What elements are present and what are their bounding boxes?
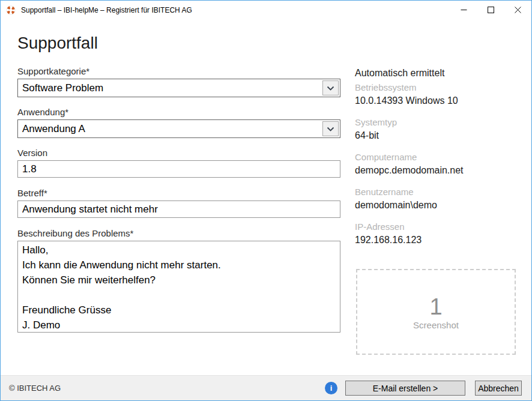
minimize-icon[interactable]: [450, 1, 477, 19]
footer-actions: i E-Mail erstellen > Abbrechen: [325, 381, 522, 396]
chevron-down-icon: [327, 83, 334, 94]
supportkategorie-dropdown-button[interactable]: [322, 80, 339, 95]
supportkategorie-label: Supportkategorie*: [17, 65, 340, 77]
page-title: Supportfall: [17, 32, 340, 54]
footer-bar: © IBITECH AG i E-Mail erstellen > Abbrec…: [1, 375, 531, 400]
close-icon[interactable]: [504, 1, 531, 19]
betriebssystem-label: Betriebssystem: [355, 82, 520, 94]
cancel-button[interactable]: Abbrechen: [475, 381, 522, 396]
ip-adressen-label: IP-Adressen: [355, 221, 520, 233]
titlebar: Supportfall – IBI-helpMe – Registriert f…: [1, 1, 531, 19]
system-info-item: IP-Adressen 192.168.16.123: [355, 221, 520, 247]
app-window: Supportfall – IBI-helpMe – Registriert f…: [0, 0, 532, 401]
support-form: Supportfall Supportkategorie* Software P…: [17, 19, 340, 335]
version-label: Version: [17, 147, 340, 158]
systemtyp-label: Systemtyp: [355, 116, 520, 128]
anwendung-label: Anwendung*: [17, 106, 340, 118]
chevron-down-icon: [327, 124, 334, 134]
betreff-label: Betreff*: [17, 187, 340, 199]
maximize-icon[interactable]: [477, 1, 504, 19]
ip-adressen-value: 192.168.16.123: [355, 234, 520, 247]
computername-value: demopc.demodomain.net: [355, 164, 520, 177]
beschreibung-label: Beschreibung des Problems*: [17, 228, 340, 239]
benutzername-label: Benutzername: [355, 186, 520, 198]
anwendung-value: Anwendung A: [18, 120, 321, 137]
anwendung-dropdown-button[interactable]: [322, 121, 339, 136]
info-icon[interactable]: i: [325, 382, 337, 394]
screenshot-label: Screenshot: [413, 320, 459, 330]
system-info-item: Benutzername demodomain\demo: [355, 186, 520, 212]
supportkategorie-select[interactable]: Software Problem: [17, 79, 340, 97]
window-title: Supportfall – IBI-helpMe – Registriert f…: [21, 6, 192, 14]
computername-label: Computername: [355, 151, 520, 163]
lifebuoy-app-icon: [6, 5, 16, 15]
beschreibung-textarea[interactable]: Hallo, Ich kann die Anwendung nicht mehr…: [17, 241, 340, 333]
system-info-item: Computername demopc.demodomain.net: [355, 151, 520, 177]
system-info-item: Betriebssystem 10.0.14393 Windows 10: [355, 82, 520, 107]
screenshot-count: 1: [429, 294, 442, 319]
version-input[interactable]: [17, 160, 340, 178]
anwendung-select[interactable]: Anwendung A: [17, 119, 340, 138]
copyright-text: © IBITECH AG: [9, 384, 61, 393]
system-info-item: Systemtyp 64-bit: [355, 116, 520, 142]
content-area: Supportfall Supportkategorie* Software P…: [1, 19, 531, 376]
system-info-panel: Automatisch ermittelt Betriebssystem 10.…: [355, 67, 520, 247]
betreff-input[interactable]: [17, 200, 340, 218]
system-info-title: Automatisch ermittelt: [355, 67, 520, 79]
create-email-button[interactable]: E-Mail erstellen >: [345, 381, 465, 396]
systemtyp-value: 64-bit: [355, 129, 520, 142]
betriebssystem-value: 10.0.14393 Windows 10: [355, 94, 520, 107]
supportkategorie-value: Software Problem: [18, 79, 321, 97]
benutzername-value: demodomain\demo: [355, 199, 520, 212]
screenshot-dropzone[interactable]: 1 Screenshot: [356, 269, 516, 355]
